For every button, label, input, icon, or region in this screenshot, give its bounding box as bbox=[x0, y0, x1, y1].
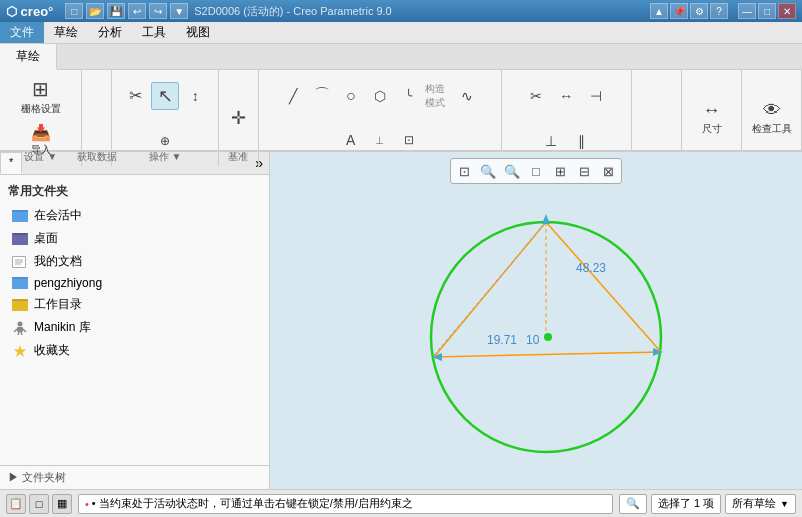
menu-file[interactable]: 文件 bbox=[0, 22, 44, 43]
status-icon-3[interactable]: ▦ bbox=[52, 494, 72, 514]
tab-sketch[interactable]: 草绘 bbox=[0, 44, 57, 70]
svg-rect-14 bbox=[17, 327, 23, 332]
star-icon bbox=[12, 344, 28, 358]
save-btn[interactable]: 💾 bbox=[107, 3, 125, 19]
menu-analysis[interactable]: 分析 bbox=[88, 22, 132, 43]
sidebar-label-workdir: 工作目录 bbox=[34, 296, 82, 313]
pin-btn[interactable]: 📌 bbox=[670, 3, 688, 19]
help-btn[interactable]: ? bbox=[710, 3, 728, 19]
folder-doc-icon bbox=[12, 256, 28, 268]
dim-label-19: 19.71 bbox=[487, 333, 517, 347]
sidebar-item-manikin[interactable]: Manikin 库 bbox=[0, 316, 269, 339]
construction-line-1 bbox=[546, 222, 661, 352]
toolbar-tabs: 草绘 bbox=[0, 44, 802, 70]
ellipse-btn[interactable]: ⬡ bbox=[366, 82, 394, 110]
sidebar-folder-tree[interactable]: ▶ 文件夹树 bbox=[0, 465, 269, 489]
toolbar-group-datum: ✛ 基准 bbox=[219, 70, 259, 166]
dim-label-48: 48.23 bbox=[576, 261, 606, 275]
trim-btn[interactable]: ✂ bbox=[522, 82, 550, 110]
filter-text: 所有草绘 bbox=[732, 496, 776, 511]
arc-btn[interactable]: ⌒ bbox=[308, 82, 336, 110]
group-label-datum: 基准 bbox=[228, 150, 248, 164]
center-point bbox=[544, 333, 552, 341]
sidebar-label-manikin: Manikin 库 bbox=[34, 319, 91, 336]
group-label-ops: 操作 ▼ bbox=[149, 150, 182, 164]
circle-btn[interactable]: ○ bbox=[337, 82, 365, 110]
open-btn[interactable]: 📂 bbox=[86, 3, 104, 19]
sidebar-item-active[interactable]: 在会活中 bbox=[0, 204, 269, 227]
sidebar-item-favorites[interactable]: 收藏夹 bbox=[0, 339, 269, 362]
sidebar-item-workdir[interactable]: 工作目录 bbox=[0, 293, 269, 316]
folder-tree-label: ▶ 文件夹树 bbox=[8, 470, 66, 485]
settings-btn[interactable]: ⚙ bbox=[690, 3, 708, 19]
text-btn[interactable]: A bbox=[337, 126, 365, 154]
selected-text: 选择了 1 项 bbox=[658, 496, 714, 511]
project-btn[interactable]: ⊡ bbox=[395, 126, 423, 154]
sidebar-section-common: 常用文件夹 bbox=[0, 179, 269, 204]
status-icon-1[interactable]: 📋 bbox=[6, 494, 26, 514]
menu-view[interactable]: 视图 bbox=[176, 22, 220, 43]
menu-sketch[interactable]: 草绘 bbox=[44, 22, 88, 43]
inspect-btn[interactable]: 👁检查工具 bbox=[750, 96, 794, 140]
status-selected-btn[interactable]: 选择了 1 项 bbox=[651, 494, 721, 514]
dimension-btn[interactable]: ↔尺寸 bbox=[690, 96, 734, 140]
menu-tools[interactable]: 工具 bbox=[132, 22, 176, 43]
status-filter-btn[interactable]: 所有草绘 ▼ bbox=[725, 494, 796, 514]
status-icon-2[interactable]: □ bbox=[29, 494, 49, 514]
status-bullet: • bbox=[85, 498, 89, 510]
window-title: S2D0006 (活动的) - Creo Parametric 9.0 bbox=[194, 4, 391, 19]
fillet-btn[interactable]: ╰ bbox=[395, 82, 423, 110]
redo-btn[interactable]: ↪ bbox=[149, 3, 167, 19]
close-btn[interactable]: ✕ bbox=[778, 3, 796, 19]
svg-line-15 bbox=[14, 329, 17, 332]
group-label-settings: 设置 ▼ bbox=[24, 150, 57, 164]
sidebar-item-pengzhiyong[interactable]: pengzhiyong bbox=[0, 273, 269, 293]
divide-btn[interactable]: ⊣ bbox=[582, 82, 610, 110]
undo-btn[interactable]: ↩ bbox=[128, 3, 146, 19]
dim-label: 尺寸 bbox=[702, 122, 722, 136]
mirror-btn[interactable]: ↕ bbox=[181, 82, 209, 110]
canvas-area[interactable]: ⊡ 🔍 🔍 □ ⊞ ⊟ ⊠ 48.23 19.71 bbox=[270, 152, 802, 489]
svg-line-18 bbox=[21, 332, 22, 335]
grid-settings-btn[interactable]: ⊞栅格设置 bbox=[19, 74, 63, 118]
select-btn[interactable]: ↖ bbox=[151, 82, 179, 110]
toolbar-area: 草绘 ⊞栅格设置 📥导入 设置 ▼ 获取数据 ✂ ↖ ↕ ⊕ 操作 ▼ bbox=[0, 44, 802, 152]
minimize-btn[interactable]: — bbox=[738, 3, 756, 19]
sidebar-label-favorites: 收藏夹 bbox=[34, 342, 70, 359]
status-right: 🔍 选择了 1 项 所有草绘 ▼ bbox=[619, 494, 796, 514]
folder-dark-icon bbox=[12, 233, 28, 245]
status-search-btn[interactable]: 🔍 bbox=[619, 494, 647, 514]
maximize-btn[interactable]: □ bbox=[758, 3, 776, 19]
status-text: • 当约束处于活动状态时，可通过单击右键在锁定/禁用/启用约束之 bbox=[92, 496, 413, 511]
sidebar-item-docs[interactable]: 我的文档 bbox=[0, 250, 269, 273]
toolbar-group-getdata: 获取数据 bbox=[82, 70, 112, 166]
spline-btn[interactable]: ∿ bbox=[453, 82, 481, 110]
menu-bar: 文件 草绘 分析 工具 视图 bbox=[0, 22, 802, 44]
folder-blue-icon bbox=[12, 210, 28, 222]
sidebar: * » 常用文件夹 在会活中 桌面 我的文档 pengzhiyong bbox=[0, 152, 270, 489]
new-btn[interactable]: □ bbox=[65, 3, 83, 19]
sidebar-label-docs: 我的文档 bbox=[34, 253, 82, 270]
construct-mode[interactable]: 构造模式 bbox=[424, 82, 452, 110]
svg-line-16 bbox=[23, 329, 26, 332]
svg-point-13 bbox=[18, 321, 23, 326]
help-search[interactable]: ▲ bbox=[650, 3, 668, 19]
datum-btn[interactable]: ✛ bbox=[224, 104, 252, 132]
more-btn[interactable]: ▼ bbox=[170, 3, 188, 19]
drawing-canvas: 48.23 19.71 10 bbox=[270, 152, 802, 489]
folder-user-icon bbox=[12, 277, 28, 289]
sidebar-content: 常用文件夹 在会活中 桌面 我的文档 pengzhiyong 工作目录 bbox=[0, 175, 269, 465]
group-label-getdata: 获取数据 bbox=[77, 150, 117, 164]
grid-label: 栅格设置 bbox=[21, 102, 61, 116]
sidebar-item-desktop[interactable]: 桌面 bbox=[0, 227, 269, 250]
line-btn[interactable]: ╱ bbox=[279, 82, 307, 110]
cut-btn[interactable]: ✂ bbox=[121, 82, 149, 110]
main-layout: * » 常用文件夹 在会活中 桌面 我的文档 pengzhiyong bbox=[0, 152, 802, 489]
extend-btn[interactable]: ↔ bbox=[552, 82, 580, 110]
inspect-label: 检查工具 bbox=[752, 122, 792, 136]
svg-rect-10 bbox=[12, 279, 28, 289]
sidebar-label-desktop: 桌面 bbox=[34, 230, 58, 247]
svg-line-17 bbox=[18, 332, 19, 335]
svg-rect-1 bbox=[12, 212, 28, 222]
svg-rect-3 bbox=[12, 235, 28, 245]
